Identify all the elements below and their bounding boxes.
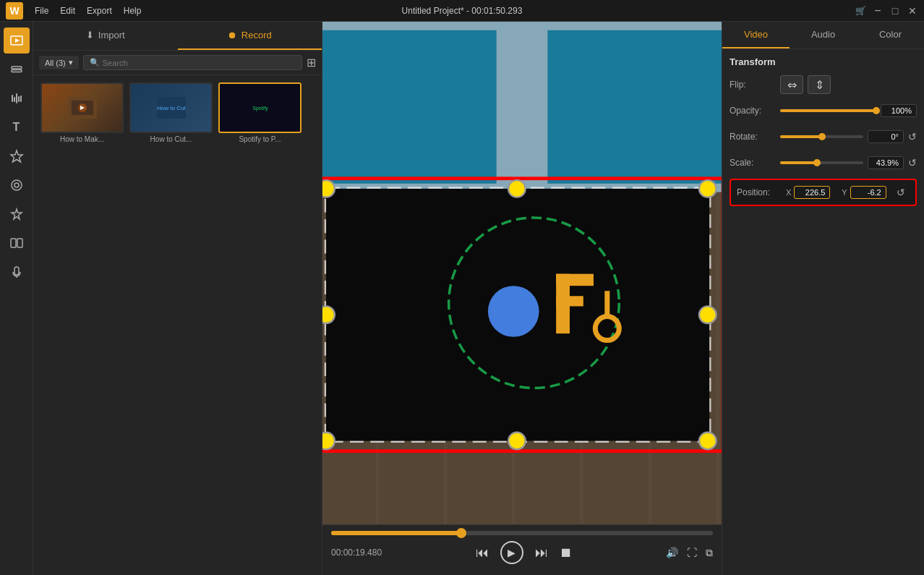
menu-edit[interactable]: Edit	[60, 6, 75, 16]
skip-forward-button[interactable]: ⏭	[535, 545, 548, 561]
scale-row: Scale: 43.9% ↺	[730, 153, 917, 173]
media-thumbnail	[40, 82, 124, 133]
position-row: Position: X 226.5 Y -6.2 ↺	[737, 186, 910, 199]
sidebar: T	[0, 22, 33, 575]
current-time: 00:00:19.480	[331, 548, 382, 558]
scale-value: 43.9%	[868, 156, 904, 169]
sidebar-item-voiceover[interactable]	[4, 259, 30, 285]
minimize-button[interactable]: −	[872, 5, 884, 17]
tab-import[interactable]: ⬇ Import	[33, 22, 178, 50]
volume-button[interactable]: 🔊	[666, 547, 678, 558]
media-thumbnail: How to Cut	[129, 82, 213, 133]
svg-marker-1	[15, 38, 20, 43]
svg-rect-3	[12, 70, 22, 72]
search-box: 🔍	[83, 55, 302, 70]
svg-text:Spotify: Spotify	[252, 106, 268, 111]
opacity-row: Opacity: 100%	[730, 101, 917, 121]
window-title: Untitled Project* - 00:01:50.293	[402, 6, 523, 16]
grid-view-button[interactable]: ⊞	[307, 56, 316, 69]
right-content: Transform Flip: ⇔ ⇕ Opacity: 100%	[722, 49, 924, 575]
titlebar: W File Edit Export Help Untitled Project…	[0, 0, 924, 22]
tab-audio[interactable]: Audio	[790, 22, 857, 48]
svg-rect-6	[16, 93, 17, 103]
svg-rect-13	[17, 239, 22, 247]
record-label: Record	[241, 30, 272, 41]
opacity-slider[interactable]	[780, 109, 876, 112]
menu-export[interactable]: Export	[87, 6, 112, 16]
preview-area: 00:00:19.480 ⏮ ▶ ⏭ ⏹ 🔊 ⛶ ⧉	[322, 22, 722, 575]
position-reset-button[interactable]: ↺	[897, 187, 905, 198]
svg-rect-28	[322, 30, 497, 184]
position-section: Position: X 226.5 Y -6.2 ↺	[730, 179, 917, 206]
right-controls: 🔊 ⛶ ⧉	[666, 547, 713, 559]
opacity-value: 100%	[881, 104, 917, 117]
rotate-label: Rotate:	[730, 132, 780, 142]
svg-rect-29	[547, 30, 722, 184]
scale-reset-button[interactable]: ↺	[908, 157, 917, 169]
svg-point-47	[322, 433, 335, 450]
scale-label: Scale:	[730, 158, 780, 168]
window-controls: 🛒 − □ ✕	[855, 5, 918, 17]
svg-point-11	[14, 183, 19, 187]
opacity-label: Opacity:	[730, 106, 780, 116]
chevron-down-icon: ▾	[69, 58, 73, 67]
search-icon: 🔍	[90, 58, 100, 67]
pip-button[interactable]: ⧉	[706, 547, 713, 559]
menu-help[interactable]: Help	[124, 6, 142, 16]
import-label: Import	[98, 30, 125, 41]
position-y: Y -6.2	[842, 186, 886, 199]
scale-slider[interactable]	[780, 161, 863, 164]
store-icon[interactable]: 🛒	[855, 5, 866, 17]
sidebar-item-stickers[interactable]	[4, 201, 30, 227]
sidebar-item-filter[interactable]	[4, 172, 30, 198]
progress-fill	[331, 531, 461, 535]
position-x: X 226.5	[786, 186, 830, 199]
media-thumbnail: Spotify	[218, 82, 301, 133]
flip-label: Flip:	[730, 80, 780, 90]
menu-file[interactable]: File	[35, 6, 48, 16]
rotate-reset-button[interactable]: ↺	[908, 131, 917, 142]
close-button[interactable]: ✕	[907, 5, 918, 17]
sidebar-item-text[interactable]: T	[4, 114, 30, 140]
skip-back-button[interactable]: ⏮	[476, 545, 489, 561]
right-tabs: Video Audio Color	[722, 22, 924, 49]
svg-rect-38	[556, 274, 594, 286]
fullscreen-button[interactable]: ⛶	[687, 547, 697, 558]
maximize-button[interactable]: □	[889, 5, 901, 17]
main-content: T ⬇ Import ⏺ Record	[0, 22, 924, 575]
flip-vertical-button[interactable]: ⇕	[808, 75, 831, 94]
sidebar-item-layers[interactable]	[4, 56, 30, 82]
playback-controls: 00:00:19.480 ⏮ ▶ ⏭ ⏹ 🔊 ⛶ ⧉	[322, 524, 722, 575]
svg-rect-8	[20, 95, 22, 102]
app-logo: W	[6, 2, 23, 20]
y-value[interactable]: -6.2	[850, 186, 886, 199]
search-input[interactable]	[103, 59, 296, 67]
svg-point-10	[12, 180, 22, 190]
svg-point-48	[508, 433, 526, 450]
flip-controls: ⇔ ⇕	[780, 75, 917, 94]
x-value[interactable]: 226.5	[794, 186, 830, 199]
svg-point-45	[322, 306, 335, 323]
tab-record[interactable]: ⏺ Record	[178, 22, 322, 50]
flip-horizontal-button[interactable]: ⇔	[780, 75, 803, 94]
list-item[interactable]: Spotify Spotify to P...	[218, 82, 301, 143]
rotate-slider[interactable]	[780, 135, 863, 138]
svg-point-42	[322, 180, 335, 197]
controls-row: 00:00:19.480 ⏮ ▶ ⏭ ⏹ 🔊 ⛶ ⧉	[331, 541, 713, 564]
list-item[interactable]: How to Mak...	[40, 82, 124, 143]
list-item[interactable]: How to Cut How to Cut...	[129, 82, 213, 143]
progress-thumb	[456, 528, 466, 538]
play-pause-button[interactable]: ▶	[500, 541, 523, 564]
sidebar-item-audio[interactable]	[4, 85, 30, 111]
filter-dropdown[interactable]: All (3) ▾	[39, 56, 79, 69]
panel-tabs: ⬇ Import ⏺ Record	[33, 22, 322, 51]
stop-button[interactable]: ⏹	[560, 545, 573, 561]
rotate-value: 0°	[868, 130, 904, 143]
sidebar-item-effects[interactable]	[4, 143, 30, 169]
progress-bar[interactable]	[331, 531, 713, 535]
sidebar-item-media[interactable]	[4, 27, 30, 54]
tab-color[interactable]: Color	[857, 22, 924, 48]
media-item-label: How to Cut...	[129, 135, 213, 143]
tab-video[interactable]: Video	[722, 22, 790, 48]
sidebar-item-transitions[interactable]	[4, 230, 30, 256]
